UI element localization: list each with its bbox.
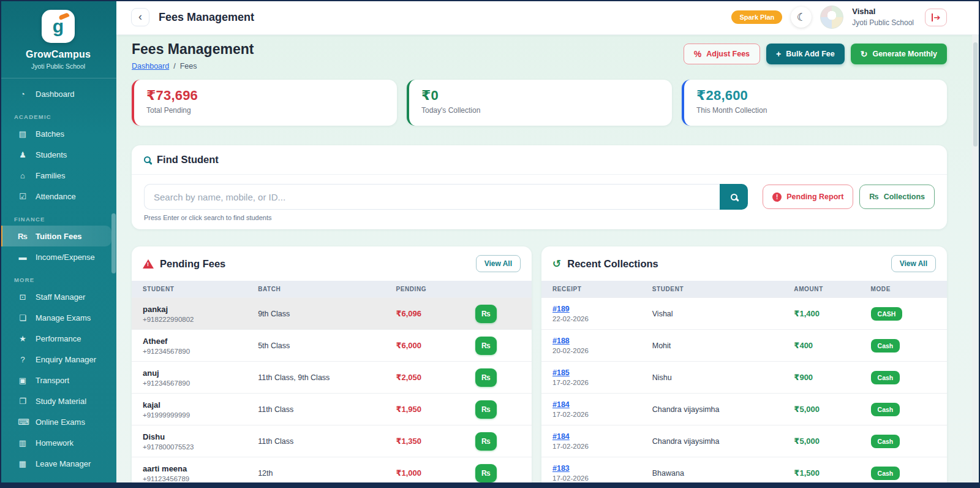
- sidebar-item-income-expense[interactable]: ▬ Income/Expense: [0, 246, 111, 267]
- sidebar-logo-block: g GrowCampus Jyoti Public School: [0, 0, 116, 78]
- collect-fee-button[interactable]: ₨: [475, 464, 497, 482]
- moon-icon: ☾: [797, 11, 806, 24]
- bulk-add-fee-button[interactable]: + Bulk Add Fee: [766, 44, 845, 64]
- mode-badge: Cash: [871, 371, 900, 384]
- collect-fee-button[interactable]: ₨: [475, 368, 497, 387]
- student-name: Chandra vijaysimha: [652, 405, 794, 414]
- sidebar-item-enquiry-manager[interactable]: ? Enquiry Manager: [0, 349, 111, 370]
- breadcrumb-dashboard-link[interactable]: Dashboard: [132, 62, 169, 71]
- sidebar-item-label: Attendance: [36, 192, 76, 201]
- user-school: Jyoti Public School: [852, 18, 914, 28]
- sidebar-item-online-exams[interactable]: ⌨ Online Exams: [0, 411, 111, 432]
- search-icon: [144, 156, 151, 163]
- sidebar-item-performance[interactable]: ★ Performance: [0, 328, 111, 349]
- receipt-date: 17-02-2026: [552, 475, 652, 482]
- sidebar-item-staff-manager[interactable]: ⊡ Staff Manager: [0, 286, 111, 307]
- receipt-link[interactable]: #183: [552, 464, 652, 473]
- calendar-icon: ▦: [18, 459, 28, 468]
- student-name: Bhawana: [652, 469, 794, 478]
- book-icon: ❐: [18, 397, 28, 406]
- pending-amount: ₹1,950: [396, 405, 475, 414]
- sidebar-item-manage-exams[interactable]: ❏ Manage Exams: [0, 307, 111, 328]
- home-icon: ⌂: [18, 171, 28, 180]
- dashboard-icon: ◔: [18, 90, 28, 99]
- recent-collections-card: ↺ Recent Collections View All RECEIPT ST…: [541, 246, 947, 488]
- layers-icon: ▤: [18, 129, 28, 139]
- history-icon: ↺: [552, 257, 561, 270]
- search-icon: [731, 194, 737, 200]
- school-logo-avatar[interactable]: [820, 6, 843, 29]
- receipt-link[interactable]: #185: [552, 368, 652, 377]
- receipt-link[interactable]: #184: [552, 400, 652, 409]
- pending-fees-view-all-button[interactable]: View All: [476, 255, 521, 272]
- table-row: #184 17-02-2026 Chandra vijaysimha ₹5,00…: [541, 425, 947, 457]
- generate-monthly-button[interactable]: ↻ Generate Monthly: [851, 44, 947, 64]
- receipt-link[interactable]: #189: [552, 305, 652, 313]
- collections-button[interactable]: ₨ Collections: [859, 185, 935, 209]
- topbar-title: Fees Management: [159, 11, 254, 24]
- question-icon: ?: [18, 355, 28, 364]
- app-logo: g: [42, 10, 75, 43]
- clipboard-check-icon: ☑: [18, 192, 28, 201]
- receipt-link[interactable]: #184: [552, 432, 652, 441]
- plan-badge[interactable]: Spark Plan: [731, 10, 782, 24]
- sidebar-item-label: Students: [36, 150, 67, 159]
- batch: 12th: [258, 469, 396, 478]
- batch: 11th Class: [258, 405, 396, 414]
- main-content: Fees Management Dashboard / Fees % Adjus…: [116, 35, 980, 488]
- sidebar-item-dashboard[interactable]: ◔ Dashboard: [0, 83, 111, 104]
- sidebar-item-leave-manager[interactable]: ▦ Leave Manager: [0, 453, 111, 474]
- sidebar-item-study-material[interactable]: ❐ Study Material: [0, 391, 111, 411]
- bus-icon: ▣: [18, 376, 28, 385]
- amount: ₹1,500: [794, 468, 870, 478]
- stat-value: ₹0: [421, 88, 660, 104]
- sidebar-item-label: Leave Manager: [36, 459, 91, 468]
- collect-fee-button[interactable]: ₨: [475, 400, 497, 419]
- column-header: STUDENT: [652, 286, 794, 292]
- rupee-icon: ₨: [869, 193, 878, 201]
- amount: ₹5,000: [794, 405, 870, 414]
- mode-badge: Cash: [871, 467, 900, 480]
- sidebar-item-homework[interactable]: ▥ Homework: [0, 432, 111, 453]
- receipt-link[interactable]: #188: [552, 337, 652, 345]
- star-icon: ★: [18, 334, 28, 343]
- stat-cards: ₹73,696 Total Pending ₹0 Today's Collect…: [132, 80, 947, 126]
- student-icon: ♟: [18, 150, 28, 159]
- sidebar-section-more: MORE: [0, 267, 116, 286]
- pending-amount: ₹1,000: [396, 468, 475, 478]
- table-row: aarti meena +91123456789 12th ₹1,000 ₨: [132, 457, 532, 488]
- bulk-add-fee-label: Bulk Add Fee: [786, 50, 834, 58]
- pending-fees-column-headers: STUDENT BATCH PENDING: [132, 281, 532, 297]
- sidebar-item-transport[interactable]: ▣ Transport: [0, 370, 111, 391]
- sidebar-item-students[interactable]: ♟ Students: [0, 144, 111, 165]
- batch: 11th Class, 9th Class: [258, 373, 396, 382]
- search-input[interactable]: [144, 184, 720, 210]
- logout-button[interactable]: ➔: [925, 9, 947, 26]
- sidebar-item-label: Study Material: [36, 397, 86, 406]
- sidebar-item-tuition-fees[interactable]: ₨ Tuition Fees: [0, 226, 111, 246]
- sidebar-item-families[interactable]: ⌂ Families: [0, 165, 111, 186]
- amount: ₹1,400: [794, 309, 870, 318]
- page-scrollbar[interactable]: [972, 35, 978, 482]
- adjust-fees-button[interactable]: % Adjust Fees: [684, 44, 760, 64]
- collect-fee-button[interactable]: ₨: [475, 337, 497, 355]
- recent-collections-view-all-button[interactable]: View All: [891, 255, 936, 272]
- sidebar-scrollbar-thumb[interactable]: [111, 213, 116, 273]
- collect-fee-button[interactable]: ₨: [475, 305, 497, 323]
- search-button[interactable]: [720, 184, 748, 210]
- back-button[interactable]: ‹: [131, 8, 149, 26]
- student-name: aarti meena: [143, 464, 258, 473]
- sidebar-item-batches[interactable]: ▤ Batches: [0, 123, 111, 144]
- table-row: Atheef +91234567890 5th Class ₹6,000 ₨: [132, 329, 532, 361]
- pending-fees-header: Pending Fees View All: [132, 246, 532, 281]
- dark-mode-toggle[interactable]: ☾: [791, 7, 812, 28]
- sidebar-item-attendance[interactable]: ☑ Attendance: [0, 186, 111, 207]
- app-logo-letter: g: [53, 17, 64, 36]
- pending-report-button[interactable]: ! Pending Report: [763, 185, 853, 209]
- topbar-right: Spark Plan ☾ Vishal Jyoti Public School …: [731, 6, 947, 29]
- alert-circle-icon: !: [772, 193, 782, 202]
- receipt-date: 17-02-2026: [552, 411, 652, 418]
- collect-fee-button[interactable]: ₨: [475, 432, 497, 451]
- mode-badge: Cash: [871, 403, 900, 416]
- page-scrollbar-thumb[interactable]: [973, 42, 978, 147]
